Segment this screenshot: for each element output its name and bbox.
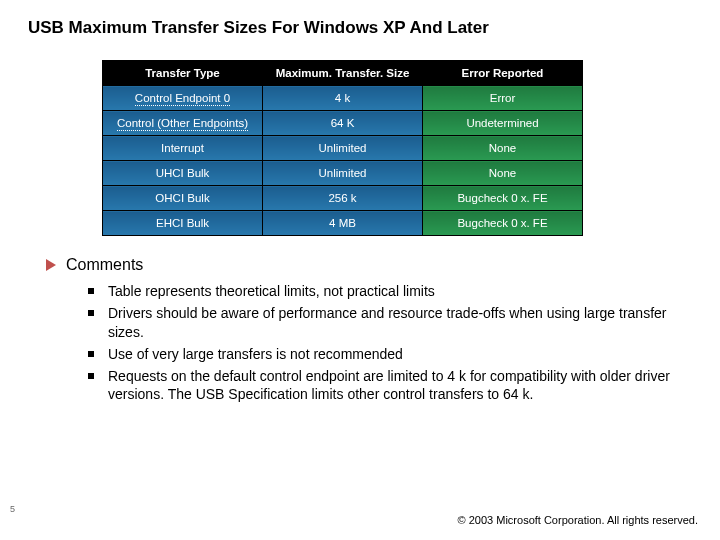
cell-type: UHCI Bulk — [103, 161, 263, 186]
table-row: OHCI Bulk 256 k Bugcheck 0 x. FE — [103, 186, 583, 211]
bullet-icon — [88, 373, 94, 379]
cell-type: Interrupt — [103, 136, 263, 161]
table-row: Control Endpoint 0 4 k Error — [103, 86, 583, 111]
list-item: Drivers should be aware of performance a… — [88, 304, 692, 342]
cell-type: Control Endpoint 0 — [103, 86, 263, 111]
comments-list: Table represents theoretical limits, not… — [88, 282, 692, 404]
cell-err: Bugcheck 0 x. FE — [423, 186, 583, 211]
list-item: Requests on the default control endpoint… — [88, 367, 692, 405]
cell-type: EHCI Bulk — [103, 211, 263, 236]
table-row: UHCI Bulk Unlimited None — [103, 161, 583, 186]
comment-text: Drivers should be aware of performance a… — [108, 304, 692, 342]
bullet-icon — [88, 288, 94, 294]
header-max-size: Maximum. Transfer. Size — [263, 61, 423, 86]
transfer-table: Transfer Type Maximum. Transfer. Size Er… — [102, 60, 583, 236]
list-item: Use of very large transfers is not recom… — [88, 345, 692, 364]
comment-text: Table represents theoretical limits, not… — [108, 282, 692, 301]
cell-err: Bugcheck 0 x. FE — [423, 211, 583, 236]
bullet-icon — [88, 310, 94, 316]
comments-heading: Comments — [66, 256, 143, 274]
cell-max: Unlimited — [263, 136, 423, 161]
comment-text: Use of very large transfers is not recom… — [108, 345, 692, 364]
cell-type: Control (Other Endpoints) — [103, 111, 263, 136]
arrow-icon — [46, 259, 56, 271]
cell-max: Unlimited — [263, 161, 423, 186]
comments-heading-row: Comments — [46, 256, 692, 274]
cell-max: 64 K — [263, 111, 423, 136]
slide: USB Maximum Transfer Sizes For Windows X… — [0, 0, 720, 540]
cell-max: 4 k — [263, 86, 423, 111]
cell-max: 4 MB — [263, 211, 423, 236]
cell-max: 256 k — [263, 186, 423, 211]
cell-err: None — [423, 161, 583, 186]
comment-text: Requests on the default control endpoint… — [108, 367, 692, 405]
cell-err: None — [423, 136, 583, 161]
slide-title: USB Maximum Transfer Sizes For Windows X… — [28, 18, 692, 38]
comments-section: Comments Table represents theoretical li… — [46, 256, 692, 404]
header-error: Error Reported — [423, 61, 583, 86]
table-row: Interrupt Unlimited None — [103, 136, 583, 161]
transfer-table-wrap: Transfer Type Maximum. Transfer. Size Er… — [102, 60, 692, 236]
header-transfer-type: Transfer Type — [103, 61, 263, 86]
table-row: EHCI Bulk 4 MB Bugcheck 0 x. FE — [103, 211, 583, 236]
table-row: Control (Other Endpoints) 64 K Undetermi… — [103, 111, 583, 136]
copyright: © 2003 Microsoft Corporation. All rights… — [458, 514, 698, 526]
cell-type: OHCI Bulk — [103, 186, 263, 211]
bullet-icon — [88, 351, 94, 357]
cell-err: Undetermined — [423, 111, 583, 136]
cell-err: Error — [423, 86, 583, 111]
list-item: Table represents theoretical limits, not… — [88, 282, 692, 301]
table-header-row: Transfer Type Maximum. Transfer. Size Er… — [103, 61, 583, 86]
page-number: 5 — [10, 504, 15, 514]
